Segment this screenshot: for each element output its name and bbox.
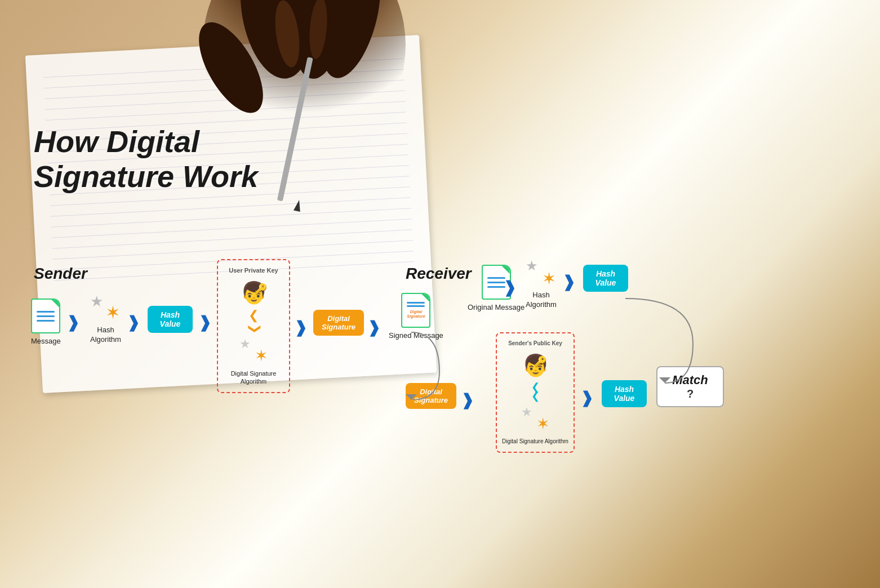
receiver-hash-algo-label: HashAlgorithm: [526, 291, 557, 310]
sender-hash-algo-label: HashAlgorithm: [90, 326, 121, 345]
arrow-r1: ❱: [503, 278, 516, 297]
sender-digital-sig-box: DigitalSignature: [313, 310, 364, 336]
receiver-hash-value-bottom-group: HashValue: [602, 380, 647, 407]
sender-message-group: Message: [31, 299, 61, 346]
senders-public-key-title: Sender's Public Key: [508, 340, 562, 346]
user-private-key-title: User Private Key: [229, 267, 278, 274]
receiver-digital-sig-box: DigitalSignature: [406, 383, 456, 409]
sender-hash-value-box: HashValue: [148, 306, 193, 333]
sender-key-icon: 🔑: [255, 283, 267, 295]
page-title: How Digital Signature Work: [34, 124, 258, 194]
receiver-chevrons: ❮ ❮: [531, 382, 540, 400]
arrow-1: ❱: [66, 313, 79, 332]
receiver-hash-algo-group: ★ ✶ HashAlgorithm: [526, 258, 557, 310]
receiver-avatar-key: 👦 🔑: [522, 353, 549, 378]
signed-message-group: DigitalSignature Signed Message: [389, 293, 443, 341]
arrow-3: ❱: [198, 313, 211, 332]
arrow-2: ❱: [127, 313, 140, 332]
sender-dsa-dashed-box: User Private Key 👦 🔑 ❮ ❮ ★ ✶ Digital Sig…: [217, 259, 290, 393]
message-doc-icon: [31, 299, 60, 333]
receiver-digital-sig-group: DigitalSignature: [406, 383, 456, 409]
receiver-dsa-icons: ★ ✶: [521, 405, 549, 433]
arrow-r2: ❱: [562, 273, 575, 291]
main-content: How Digital Signature Work Sender Receiv…: [0, 0, 880, 588]
match-question: ?: [668, 387, 713, 400]
receiver-key-icon: 🔑: [534, 355, 546, 368]
receiver-hash-value-bottom-box: HashValue: [602, 380, 647, 407]
arrow-r4: ❱: [461, 391, 474, 409]
signed-message-icon: DigitalSignature: [401, 293, 430, 328]
signed-message-label: Signed Message: [389, 331, 443, 341]
message-label: Message: [31, 337, 61, 346]
receiver-dsa-label: Digital Signature Algorithm: [502, 438, 568, 445]
arrow-4: ❱: [294, 318, 307, 337]
receiver-hash-value-top-group: HashValue: [583, 265, 628, 292]
match-text: Match: [668, 373, 713, 387]
sender-avatar-key: 👦 🔑: [241, 280, 267, 305]
sender-dsa-label: Digital Signature Algorithm: [223, 369, 285, 386]
receiver-label: Receiver: [406, 265, 472, 283]
arrow-r3: ❱: [580, 389, 593, 407]
sender-digital-sig-group: DigitalSignature: [313, 310, 364, 336]
sender-chevrons: ❮ ❮: [248, 310, 259, 332]
receiver-original-msg-label: Original Message: [468, 303, 525, 313]
receiver-hash-value-top-box: HashValue: [583, 265, 628, 292]
match-box: Match ?: [656, 366, 724, 407]
arrow-5: ❱: [367, 318, 380, 337]
sender-hash-algo-group: ★ ✶ HashAlgorithm: [90, 293, 121, 345]
receiver-hash-algo-icon: ★ ✶: [526, 258, 556, 288]
sender-label: Sender: [34, 265, 87, 283]
sender-hash-algo-icon: ★ ✶: [90, 293, 121, 323]
sender-dsa-icons: ★ ✶: [239, 337, 268, 365]
receiver-dsa-dashed-box: Sender's Public Key 👦 🔑 ❮ ❮ ★ ✶ Digital …: [496, 332, 575, 453]
sender-hash-value-group: HashValue: [148, 306, 193, 333]
